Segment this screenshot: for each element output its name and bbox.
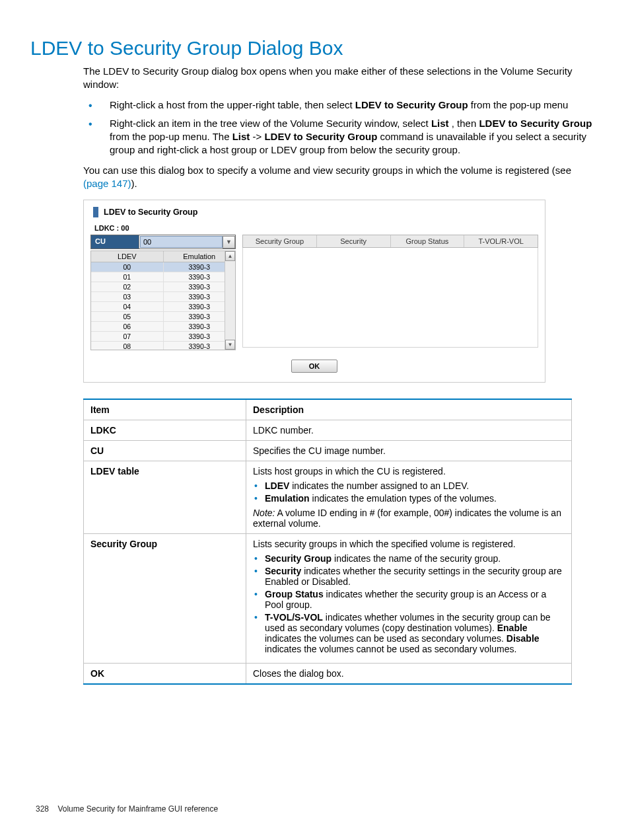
table-row[interactable]: 053390-3 [91, 312, 235, 322]
table-header-desc: Description [246, 399, 572, 420]
table-row: OK Closes the dialog box. [84, 664, 572, 685]
description-table: Item Description LDKC LDKC number. CU Sp… [83, 399, 572, 685]
bullet-item: Right-click a host from the upper-right … [83, 98, 593, 112]
bullet-item: Right-click an item in the tree view of … [83, 117, 593, 157]
scrollbar[interactable]: ▲ ▼ [225, 251, 235, 350]
table-row: LDEV table Lists host groups in which th… [84, 461, 572, 534]
sg-col-header: Security [317, 235, 391, 247]
security-group-table-header: Security Group Security Group Status T-V… [242, 235, 538, 248]
scroll-down-icon[interactable]: ▼ [225, 340, 235, 350]
ldkc-label: LDKC : 00 [94, 224, 538, 232]
security-group-table-body [242, 248, 538, 348]
table-row: LDKC LDKC number. [84, 420, 572, 441]
table-row[interactable]: 083390-3 [91, 342, 235, 350]
table-row[interactable]: 073390-3 [91, 332, 235, 342]
sg-col-header: Group Status [391, 235, 465, 247]
body-paragraph: You can use this dialog box to specify a… [83, 164, 593, 191]
ok-button[interactable]: OK [291, 360, 337, 373]
intro-paragraph: The LDEV to Security Group dialog box op… [83, 65, 593, 92]
scroll-up-icon[interactable]: ▲ [225, 251, 235, 261]
footer-text: Volume Security for Mainframe GUI refere… [57, 804, 218, 814]
ldev-table: LDEV Emulation 003390-3013390-3023390-30… [90, 250, 236, 350]
dialog-screenshot: LDEV to Security Group LDKC : 00 CU 00 ▼… [83, 200, 545, 383]
sg-col-header: Security Group [243, 235, 317, 247]
ldev-col-header: LDEV [91, 251, 164, 262]
table-header-item: Item [84, 399, 246, 420]
page-footer: 328 Volume Security for Mainframe GUI re… [36, 804, 218, 814]
cu-dropdown-value[interactable]: 00 [140, 236, 223, 248]
cu-label: CU [91, 235, 139, 248]
page-title: LDEV to Security Group Dialog Box [30, 37, 600, 59]
dialog-title: LDEV to Security Group [104, 208, 197, 217]
sg-col-header: T-VOL/R-VOL [464, 235, 538, 247]
table-row[interactable]: 063390-3 [91, 322, 235, 332]
table-row[interactable]: 013390-3 [91, 272, 235, 282]
chevron-down-icon[interactable]: ▼ [223, 236, 235, 248]
table-row[interactable]: 023390-3 [91, 282, 235, 292]
cu-selector[interactable]: CU 00 ▼ [90, 235, 236, 249]
table-row: CU Specifies the CU image number. [84, 441, 572, 461]
page-number: 328 [36, 804, 49, 814]
table-row[interactable]: 003390-3 [91, 262, 235, 272]
page-link[interactable]: (page 147) [83, 178, 131, 189]
table-row[interactable]: 033390-3 [91, 292, 235, 302]
table-row: Security Group Lists security groups in … [84, 534, 572, 664]
table-row[interactable]: 043390-3 [91, 302, 235, 312]
dialog-title-marker [93, 207, 98, 217]
